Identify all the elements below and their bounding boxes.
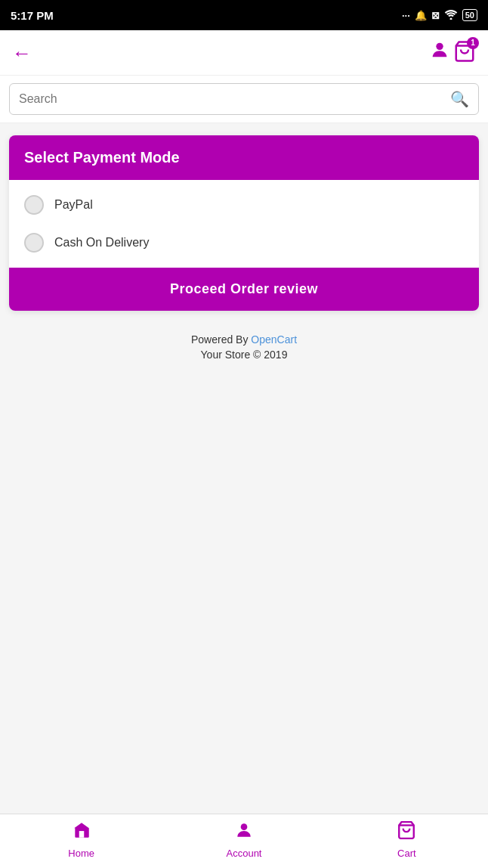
svg-point-1: [436, 43, 443, 50]
svg-rect-3: [79, 831, 84, 838]
nav-label-account: Account: [227, 848, 262, 859]
paypal-radio[interactable]: [24, 195, 44, 215]
bottom-nav: Home Account Cart: [0, 814, 488, 868]
status-time: 5:17 PM: [11, 9, 54, 22]
header: ← 1: [0, 30, 488, 76]
account-icon: [234, 820, 254, 845]
cart-nav-icon: [397, 820, 416, 845]
nav-item-cart[interactable]: Cart: [326, 820, 488, 859]
payment-options: PayPal Cash On Delivery: [9, 180, 479, 268]
user-icon[interactable]: [429, 39, 450, 66]
cart-badge: 1: [467, 37, 479, 49]
battery-icon: 50: [462, 9, 477, 21]
paypal-label: PayPal: [54, 198, 93, 212]
wifi-icon: [444, 9, 458, 22]
bell-icon: 🔔: [415, 10, 427, 21]
search-wrapper: 🔍: [9, 83, 479, 115]
home-icon: [72, 820, 91, 845]
search-container: 🔍: [0, 76, 488, 123]
payment-title: Select Payment Mode: [24, 149, 180, 166]
back-button[interactable]: ←: [12, 43, 32, 63]
powered-by-text: Powered By OpenCart: [9, 333, 479, 346]
footer-section: Powered By OpenCart Your Store © 2019: [9, 311, 479, 376]
nav-label-cart: Cart: [397, 848, 416, 859]
sim-icon: ⊠: [431, 10, 440, 21]
status-icons: ··· 🔔 ⊠ 50: [402, 9, 477, 22]
header-left: ←: [12, 43, 32, 63]
cart-button[interactable]: 1: [453, 40, 476, 66]
store-copyright: Your Store © 2019: [9, 349, 479, 361]
status-bar: 5:17 PM ··· 🔔 ⊠ 50: [0, 0, 488, 30]
cod-label: Cash On Delivery: [54, 236, 149, 250]
nav-item-home[interactable]: Home: [0, 820, 162, 859]
svg-point-4: [241, 823, 248, 830]
search-input[interactable]: [19, 92, 450, 106]
nav-label-home: Home: [68, 848, 94, 859]
dots-icon: ···: [402, 10, 410, 21]
header-right: 1: [429, 39, 476, 66]
payment-header: Select Payment Mode: [9, 135, 479, 180]
opencart-link[interactable]: OpenCart: [251, 333, 297, 346]
search-icon[interactable]: 🔍: [450, 90, 469, 108]
cod-radio[interactable]: [24, 233, 44, 253]
main-content: Select Payment Mode PayPal Cash On Deliv…: [0, 123, 488, 814]
payment-card: Select Payment Mode PayPal Cash On Deliv…: [9, 135, 479, 311]
svg-point-0: [449, 17, 452, 20]
nav-item-account[interactable]: Account: [162, 820, 325, 859]
cod-option[interactable]: Cash On Delivery: [24, 233, 464, 253]
proceed-button[interactable]: Proceed Order review: [9, 268, 479, 311]
paypal-option[interactable]: PayPal: [24, 195, 464, 215]
